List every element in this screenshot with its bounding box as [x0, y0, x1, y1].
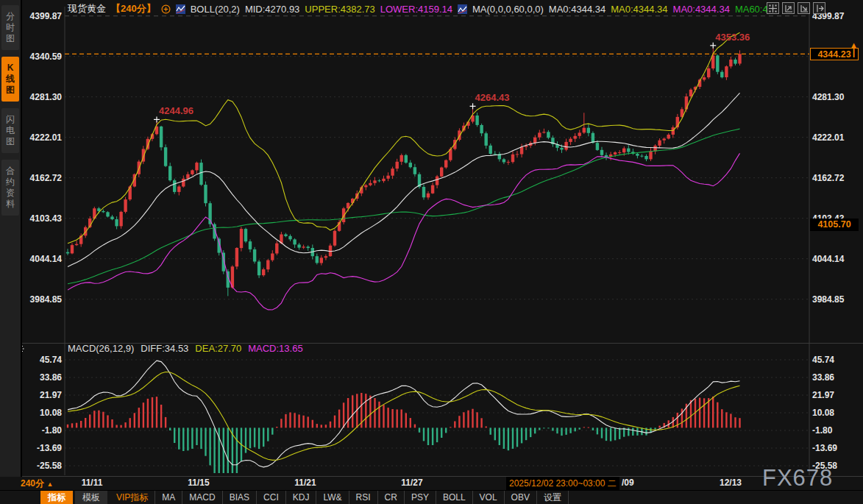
toolbar-button-1[interactable]: 模板: [75, 491, 107, 504]
time-label: 11/15: [188, 478, 209, 488]
svg-text:3984.85: 3984.85: [30, 294, 63, 305]
symbol-name: 现货黄金: [68, 2, 106, 15]
macd-dea-value: DEA:27.70: [195, 343, 241, 355]
boll-mid-value: MID:4270.93: [245, 4, 299, 15]
svg-text:4222.01: 4222.01: [812, 132, 845, 143]
scroll-to-latest-arrow[interactable]: ▲┃: [850, 41, 858, 56]
scale-up-button[interactable]: [782, 2, 795, 14]
toolbar-item-vol[interactable]: VOL: [473, 491, 505, 504]
svg-text:-25.58: -25.58: [37, 461, 62, 471]
sidebar-tab-0[interactable]: 分时图: [1, 5, 19, 50]
toolbar-item-obv[interactable]: OBV: [505, 491, 537, 504]
svg-text:21.97: 21.97: [40, 390, 62, 400]
toolbar-item-vip[interactable]: VIP指标: [110, 491, 155, 504]
time-label: 11/11: [82, 478, 103, 488]
ma-indicator-icon[interactable]: [458, 4, 467, 14]
svg-text:4340.59: 4340.59: [30, 52, 63, 62]
svg-text:3984.85: 3984.85: [812, 294, 845, 305]
svg-text:33.86: 33.86: [812, 372, 834, 383]
chart-type-sidebar: 分时图K线图闪电图合约资料: [0, 0, 22, 477]
svg-text:-13.69: -13.69: [37, 443, 62, 453]
toolbar-item-cr[interactable]: CR: [378, 491, 405, 504]
svg-text:45.74: 45.74: [812, 355, 834, 365]
period-selector[interactable]: 240分 ▲: [21, 478, 53, 490]
boll-indicator-icon[interactable]: [176, 4, 185, 14]
pan-tool-button[interactable]: [767, 2, 779, 14]
toolbar-item-kdj[interactable]: KDJ: [286, 491, 317, 504]
scale-down-button[interactable]: [798, 2, 810, 14]
boll-lower-value: LOWER:4159.14: [380, 4, 452, 15]
dropdown-up-icon: ▲: [46, 480, 53, 488]
period-label[interactable]: 【240分】: [111, 2, 156, 15]
ma-params: MA(0,0,0,60,0,0): [472, 4, 544, 15]
svg-text:45.74: 45.74: [40, 355, 62, 365]
circle-plus-icon[interactable]: [161, 4, 171, 14]
macd-diff-value: DIFF:34.53: [141, 343, 188, 355]
toolbar-item-boll[interactable]: BOLL: [436, 491, 473, 504]
ma0-white-value: MA0:4344.34: [549, 4, 605, 15]
svg-text:4281.30: 4281.30: [30, 92, 63, 102]
secondary-price-tag: 4105.70: [810, 219, 859, 231]
time-label: 11/27: [401, 478, 422, 488]
svg-text:-1.80: -1.80: [42, 425, 63, 436]
toolbar-button-0[interactable]: 指标: [40, 491, 73, 504]
time-label: 11/21: [294, 478, 316, 488]
boll-params: BOLL(20,2): [191, 4, 240, 15]
macd-header: MACD(26,12,9) DIFF:34.53 DEA:27.70 MACD:…: [68, 343, 303, 355]
time-axis: 240分 ▲ 11/1111/1511/2111/2712/132025/12/…: [0, 477, 863, 490]
crosshair-time-tooltip: 2025/12/02 23:00~03:00 二: [506, 477, 619, 491]
svg-text:10.08: 10.08: [812, 408, 834, 418]
svg-text:4103.43: 4103.43: [30, 213, 63, 224]
boll-upper-value: UPPER:4382.73: [305, 4, 374, 15]
svg-text:10.08: 10.08: [40, 408, 62, 418]
toolbar-item-psy[interactable]: PSY: [405, 491, 436, 504]
watermark: FX678: [762, 465, 833, 491]
ma60-green-value: MA60:4: [735, 4, 768, 15]
indicator-toolbar: 指标模板VIP指标MAMACDBIASCCIKDJLW&RSICRPSYBOLL…: [0, 490, 863, 504]
svg-text:4281.30: 4281.30: [812, 92, 845, 102]
chart-tools: [767, 2, 825, 14]
price-chart-canvas[interactable]: 4399.874399.874340.594340.594281.304281.…: [0, 0, 863, 477]
svg-text:4044.14: 4044.14: [812, 254, 845, 264]
toolbar-item-[interactable]: 设置: [537, 491, 569, 504]
chart-header: 现货黄金 【240分】 BOLL(20,2) MID:4270.93 UPPER…: [68, 2, 768, 15]
toolbar-item-ma[interactable]: MA: [155, 491, 182, 504]
macd-hist-value: MACD:13.65: [248, 343, 302, 355]
svg-text:4222.01: 4222.01: [30, 132, 63, 143]
toolbar-item-cci[interactable]: CCI: [257, 491, 286, 504]
trading-app: 4399.874399.874340.594340.594281.304281.…: [0, 0, 863, 504]
svg-text:4044.14: 4044.14: [30, 254, 63, 264]
svg-text:33.86: 33.86: [40, 372, 62, 383]
svg-text:4162.72: 4162.72: [30, 173, 63, 183]
svg-text:21.97: 21.97: [812, 390, 834, 400]
sidebar-tab-1[interactable]: K线图: [1, 57, 19, 102]
ma0-yellow-value: MA0:4344.34: [611, 4, 667, 15]
toolbar-item-macd[interactable]: MACD: [182, 491, 222, 504]
toolbar-item-lw[interactable]: LW&: [316, 491, 349, 504]
svg-text:4399.87: 4399.87: [30, 11, 63, 21]
svg-text:-13.69: -13.69: [812, 443, 837, 453]
sidebar-tab-3[interactable]: 合约资料: [1, 160, 19, 216]
svg-text:4244.96: 4244.96: [159, 105, 193, 116]
toolbar-item-bias[interactable]: BIAS: [223, 491, 257, 504]
svg-text:4353.36: 4353.36: [715, 32, 750, 43]
svg-text:4264.43: 4264.43: [475, 92, 510, 103]
svg-text:4162.72: 4162.72: [812, 173, 845, 183]
time-label-partial: /09: [622, 478, 634, 488]
svg-text:-1.80: -1.80: [812, 425, 833, 436]
ma0-magenta-value: MA0:4344.34: [673, 4, 730, 15]
sidebar-tab-2[interactable]: 闪电图: [1, 108, 19, 153]
time-label: 12/13: [720, 478, 742, 488]
macd-params: MACD(26,12,9): [68, 343, 134, 355]
jump-latest-button[interactable]: [813, 2, 825, 14]
toolbar-item-rsi[interactable]: RSI: [349, 491, 378, 504]
